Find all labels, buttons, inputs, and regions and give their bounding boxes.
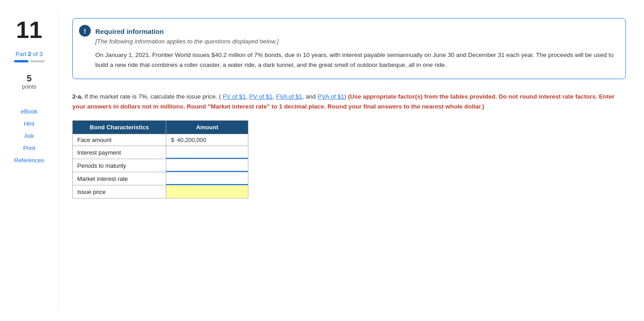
row-issue-price-label: Issue price	[73, 185, 166, 198]
info-box-title: Required information	[95, 28, 615, 35]
interest-payment-input[interactable]	[166, 146, 248, 159]
table-row: Interest payment	[73, 146, 248, 159]
sidebar-link-print[interactable]: Print	[23, 145, 35, 151]
link-pv[interactable]: PV of $1	[249, 93, 273, 100]
table-row: Face amount $ 40,200,000	[73, 134, 248, 146]
periods-input[interactable]	[166, 159, 248, 172]
table-row: Periods to maturity	[73, 159, 248, 172]
main-content: ! Required information [The following in…	[59, 9, 644, 312]
question-number: 11	[16, 18, 42, 42]
table-row: Market interest rate	[73, 172, 248, 185]
part-bold: 2	[28, 51, 31, 57]
sidebar-link-references[interactable]: References	[14, 157, 44, 164]
info-box-subtitle: [The following information applies to th…	[95, 38, 615, 45]
sidebar-link-hint[interactable]: Hint	[24, 120, 34, 127]
sidebar-links: eBook Hint Ask Print References	[14, 108, 44, 164]
part-total: 3	[39, 51, 42, 57]
question-text: 2-a. If the market rate is 7%, calculate…	[72, 92, 626, 111]
info-icon: !	[79, 25, 91, 37]
row-market-rate-value[interactable]	[166, 172, 248, 185]
col2-header: Amount	[166, 121, 248, 134]
link-fv[interactable]: FV of $1	[223, 93, 246, 100]
progress-segment-1	[14, 60, 28, 62]
info-box-body: On January 1, 2021, Frontier World issue…	[95, 50, 615, 70]
row-face-amount-label: Face amount	[73, 134, 166, 146]
sidebar-link-ebook[interactable]: eBook	[21, 108, 37, 115]
row-issue-price-value[interactable]	[166, 185, 248, 198]
progress-segment-2	[30, 60, 45, 62]
points-value: 5	[27, 73, 32, 84]
row-market-rate-label: Market interest rate	[73, 172, 166, 185]
row-interest-payment-label: Interest payment	[73, 146, 166, 159]
question-prefix: 2-a.	[72, 93, 83, 100]
col1-header: Bond Characteristics	[73, 121, 166, 134]
link-pva[interactable]: PVA of $1	[317, 93, 344, 100]
issue-price-input[interactable]	[166, 185, 248, 198]
points-label: points	[22, 84, 36, 90]
row-face-amount-value: $ 40,200,000	[166, 134, 248, 146]
question-text-normal: If the market rate is 7%, calculate the …	[84, 93, 221, 100]
row-periods-label: Periods to maturity	[73, 159, 166, 172]
market-rate-input[interactable]	[166, 172, 248, 185]
table-row: Issue price	[73, 185, 248, 198]
sidebar-link-ask[interactable]: Ask	[24, 132, 34, 139]
link-fva[interactable]: FVA of $1	[276, 93, 302, 100]
bond-table: Bond Characteristics Amount Face amount …	[72, 120, 248, 198]
progress-bar	[14, 60, 45, 62]
row-interest-payment-value[interactable]	[166, 146, 248, 159]
row-periods-value[interactable]	[166, 159, 248, 172]
sidebar: 11 Part 2 of 3 5 points eBook Hint Ask P…	[0, 9, 59, 312]
info-box: ! Required information [The following in…	[72, 18, 626, 79]
part-label: Part 2 of 3	[15, 51, 42, 57]
